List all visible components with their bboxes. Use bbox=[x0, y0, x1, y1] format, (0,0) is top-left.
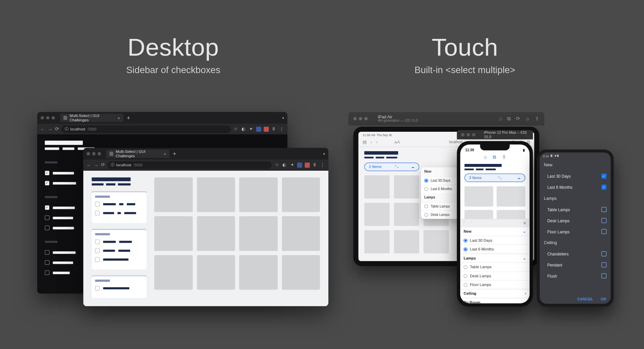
option-row[interactable]: Desk Lamps bbox=[460, 271, 530, 280]
result-card[interactable] bbox=[282, 177, 320, 212]
checkbox-icon[interactable] bbox=[95, 211, 100, 216]
result-card[interactable] bbox=[239, 255, 277, 290]
option-row[interactable]: Table Lamps bbox=[540, 204, 611, 215]
close-tab-icon[interactable]: × bbox=[164, 152, 166, 156]
extension-badge[interactable] bbox=[256, 126, 261, 131]
option-row[interactable]: Last 30 Days bbox=[540, 171, 611, 182]
checkbox-row[interactable] bbox=[95, 257, 144, 262]
optgroup-header[interactable]: New⌄ bbox=[460, 227, 530, 236]
star-icon[interactable]: ☆ bbox=[274, 162, 279, 167]
share-icon[interactable]: ⇪ bbox=[535, 116, 539, 122]
rotate-icon[interactable]: ⟳ bbox=[516, 116, 520, 122]
checkbox-row[interactable] bbox=[95, 239, 144, 244]
result-card[interactable] bbox=[197, 255, 235, 290]
result-card[interactable] bbox=[497, 186, 526, 207]
option-row[interactable]: Floor Lamps bbox=[460, 280, 530, 289]
option-row[interactable]: Last 6 Months bbox=[460, 245, 530, 253]
result-card[interactable] bbox=[197, 177, 235, 212]
option-row[interactable]: Floor Lamps bbox=[540, 226, 611, 237]
result-card[interactable] bbox=[465, 186, 493, 207]
result-card[interactable] bbox=[154, 177, 193, 212]
checkbox-icon[interactable] bbox=[601, 229, 606, 234]
back-button[interactable]: ← bbox=[41, 126, 45, 131]
ok-button[interactable]: OK bbox=[601, 297, 606, 301]
multiselect-trigger[interactable]: 3 Items ⌃⌄ bbox=[465, 174, 525, 182]
result-card[interactable] bbox=[424, 230, 449, 253]
extension-badge-2[interactable] bbox=[264, 126, 269, 131]
new-tab-button[interactable]: + bbox=[127, 114, 130, 121]
checkbox-row[interactable] bbox=[95, 248, 144, 253]
mic-icon[interactable]: 🎙 bbox=[271, 126, 276, 131]
reader-icon[interactable]: ᴀA bbox=[394, 140, 400, 144]
checkbox-icon[interactable] bbox=[601, 207, 606, 212]
mic-icon[interactable]: 🎙 bbox=[312, 162, 317, 167]
result-card[interactable] bbox=[239, 177, 277, 212]
back-button[interactable]: ‹ bbox=[371, 140, 372, 144]
result-card[interactable] bbox=[394, 175, 419, 198]
back-button[interactable]: ← bbox=[87, 162, 91, 167]
optgroup-header[interactable]: By Room› bbox=[460, 298, 530, 303]
optgroup-header[interactable]: Lamps⌄ bbox=[460, 253, 530, 262]
home-icon[interactable]: ⌂ bbox=[484, 154, 487, 159]
forward-button[interactable]: → bbox=[48, 126, 52, 131]
close-tab-icon[interactable]: × bbox=[117, 116, 120, 120]
checkbox-icon[interactable] bbox=[95, 239, 100, 244]
checkbox-icon[interactable] bbox=[45, 181, 50, 185]
browser-tab[interactable]: Multi-Select | GUI Challenges × bbox=[106, 150, 169, 158]
checkbox-row[interactable] bbox=[95, 211, 144, 216]
checkbox-icon[interactable] bbox=[45, 216, 50, 220]
result-card[interactable] bbox=[364, 175, 390, 198]
extension-badge-2[interactable] bbox=[305, 162, 310, 167]
checkbox-row[interactable] bbox=[95, 286, 144, 291]
site-info-icon[interactable]: ⓘ bbox=[65, 126, 68, 132]
prev-next-icons[interactable]: ˄ ˅ bbox=[464, 221, 474, 225]
kebab-menu-icon[interactable]: ⋮ bbox=[279, 126, 284, 131]
result-card[interactable] bbox=[197, 216, 235, 251]
checkbox-icon[interactable] bbox=[601, 273, 606, 278]
checkbox-icon[interactable] bbox=[45, 270, 50, 275]
screenshot-icon[interactable]: ⧉ bbox=[507, 116, 511, 122]
result-card[interactable] bbox=[282, 255, 320, 290]
checkbox-icon[interactable] bbox=[95, 257, 100, 262]
window-controls[interactable] bbox=[461, 133, 476, 136]
share-icon[interactable]: ⇪ bbox=[502, 154, 506, 159]
checkbox-row[interactable] bbox=[95, 202, 144, 207]
checkbox-icon[interactable] bbox=[45, 260, 50, 265]
screenshot-icon[interactable]: ⧉ bbox=[493, 154, 496, 159]
option-row[interactable]: Flush bbox=[540, 270, 611, 281]
option-row[interactable]: Last 30 Days bbox=[460, 236, 530, 244]
new-tab-button[interactable]: + bbox=[173, 151, 176, 157]
checkbox-icon[interactable] bbox=[601, 218, 606, 223]
checkbox-icon[interactable] bbox=[601, 251, 606, 256]
window-controls[interactable] bbox=[87, 152, 101, 156]
checkbox-icon[interactable] bbox=[601, 185, 606, 190]
sidebar-icon[interactable]: ▤ bbox=[363, 140, 366, 144]
option-row[interactable]: Desk Lamps bbox=[540, 215, 611, 226]
checkbox-icon[interactable] bbox=[45, 171, 50, 175]
window-controls[interactable] bbox=[353, 117, 368, 120]
site-info-icon[interactable]: ⓘ bbox=[111, 162, 114, 168]
checkbox-icon[interactable] bbox=[45, 226, 50, 230]
browser-tab[interactable]: Multi-Select | GUI Challenges × bbox=[60, 114, 123, 122]
forward-button[interactable]: › bbox=[376, 140, 378, 144]
close-icon[interactable]: ✕ bbox=[523, 221, 526, 225]
option-row[interactable]: Pendant bbox=[540, 259, 611, 271]
cancel-button[interactable]: CANCEL bbox=[577, 297, 593, 301]
browser-menu-icon[interactable]: • bbox=[323, 151, 325, 157]
checkbox-icon[interactable] bbox=[95, 286, 100, 291]
result-card[interactable] bbox=[364, 230, 390, 253]
checkbox-icon[interactable] bbox=[95, 202, 100, 207]
home-icon[interactable]: ⌂ bbox=[499, 116, 502, 122]
extension-badge[interactable] bbox=[297, 162, 302, 167]
result-card[interactable] bbox=[154, 216, 193, 251]
option-row[interactable]: Chandeliers bbox=[540, 248, 611, 259]
result-card[interactable] bbox=[394, 203, 419, 226]
checkbox-icon[interactable] bbox=[601, 174, 606, 179]
reload-button[interactable]: ⟳ bbox=[55, 126, 59, 132]
url-input[interactable]: ⓘ localhost:3000 bbox=[107, 161, 272, 169]
select-sheet[interactable]: ˄ ˅ ✕ New⌄ Last 30 Days Last 6 Months La… bbox=[460, 219, 530, 303]
result-card[interactable] bbox=[282, 216, 320, 251]
result-card[interactable] bbox=[394, 230, 419, 253]
result-card[interactable] bbox=[364, 203, 390, 226]
multiselect-trigger[interactable]: 2 Items ⌃⌄ bbox=[364, 163, 419, 171]
